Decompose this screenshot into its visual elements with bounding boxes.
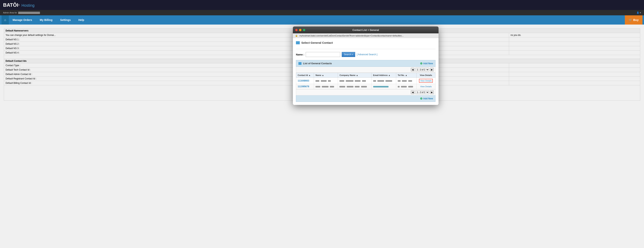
view-details-button-1[interactable]: View Details (419, 79, 433, 83)
search-button[interactable]: Search » (342, 52, 355, 57)
col-tel[interactable]: Tel No. ▲ (396, 73, 416, 78)
address-text: myhostmart.batoi.com/servlet/ListDomCont… (300, 35, 404, 37)
tel-cell-1 (396, 78, 416, 84)
next-page-button[interactable]: ▶ (430, 68, 434, 72)
add-new-top-label: Add New (423, 62, 433, 65)
add-icon-top: ⊕ (420, 62, 422, 65)
nav-settings[interactable]: Settings (56, 15, 74, 25)
contacts-table: Contact Id ▲ Name ▲ Company Name ▲ Email… (296, 73, 436, 89)
add-new-top-button[interactable]: ⊕ Add New (420, 62, 433, 65)
contact-id-cell-1: 111648663 (296, 78, 314, 84)
modal-controls (295, 29, 305, 31)
list-title: List of General Contacts (298, 62, 332, 65)
list-icon (298, 62, 302, 65)
next-page-bottom-button[interactable]: ▶ (430, 90, 434, 94)
buy-button[interactable]: 🛒 Buy (625, 15, 642, 25)
contact-id-link-1[interactable]: 111648663 (298, 79, 309, 82)
add-new-bottom-button[interactable]: ⊕ Add New (420, 97, 433, 100)
view-details-link-2[interactable]: View Details (418, 85, 434, 88)
nav-bar: ⌂ Manage Orders My Billing Settings Help… (0, 15, 644, 25)
prev-page-bottom-button[interactable]: ◀ (411, 90, 414, 94)
modal-minimize-button[interactable] (299, 29, 302, 31)
select-contact-title: Select General Contact (301, 41, 333, 44)
add-new-bottom-bar: ⊕ Add New (296, 95, 436, 102)
select-contact-header: Select General Contact (296, 41, 436, 46)
logo: BATÔI® Hosting (3, 2, 34, 8)
view-details-cell-1: View Details (416, 78, 435, 84)
add-icon-bottom: ⊕ (420, 97, 422, 100)
logo-bar: BATÔI® Hosting (0, 0, 644, 10)
modal-titlebar: Contact List + General (293, 27, 438, 33)
nav-manage-orders[interactable]: Manage Orders (9, 15, 36, 25)
modal-body: Select General Contact Name : Search » [… (293, 38, 438, 105)
modal-address-bar: 🔒 myhostmart.batoi.com/servlet/ListDomCo… (293, 33, 438, 38)
pagination-bottom: ◀ 1 - 2 of 2 ▶ (296, 89, 436, 95)
view-details-cell-2: View Details (416, 84, 435, 89)
logo-reg: ® (18, 4, 20, 6)
advanced-search-link[interactable]: [ Advanced Search ] (357, 53, 377, 56)
name-cell-1 (314, 78, 338, 84)
col-email[interactable]: Email Address ▲ (372, 73, 396, 78)
nav-help[interactable]: Help (74, 15, 88, 25)
col-company[interactable]: Company Name ▲ (338, 73, 372, 78)
add-new-bottom-label: Add New (423, 97, 433, 100)
modal-dialog: Contact List + General 🔒 myhostmart.bato… (293, 27, 438, 105)
admin-label: Admin Area for ████████████████ (3, 12, 40, 14)
search-input[interactable] (306, 52, 340, 57)
logo-bat: BATÔI (3, 2, 18, 8)
main-content: Default Nameservers You can change your … (0, 25, 644, 248)
email-cell-1 (372, 78, 396, 84)
lock-icon: 🔒 (295, 34, 298, 37)
account-icon[interactable]: 👤 ▾ (636, 12, 641, 14)
prev-page-button[interactable]: ◀ (411, 68, 414, 72)
pagination-top: ◀ 1 - 2 of 2 ▶ (296, 67, 436, 73)
col-contact-id[interactable]: Contact Id ▲ (296, 73, 314, 78)
name-cell-2 (314, 84, 338, 89)
page-select-bottom[interactable]: 1 - 2 of 2 (415, 90, 429, 94)
contact-id-link-2[interactable]: 111595678 (298, 85, 309, 88)
contact-header-icon (296, 41, 300, 44)
separator (296, 49, 436, 49)
col-view-details: View Details (416, 73, 435, 78)
list-title-text: List of General Contacts (303, 62, 332, 65)
modal-maximize-button[interactable] (303, 29, 305, 31)
search-label: Name : (296, 53, 304, 56)
email-cell-2 (372, 84, 396, 89)
home-button[interactable]: ⌂ (2, 15, 9, 25)
modal-close-button[interactable] (295, 29, 298, 31)
contact-id-cell-2: 111595678 (296, 84, 314, 89)
section1-desc-right: ns you do. (509, 33, 640, 37)
table-row: 111648663 (296, 78, 436, 84)
table-row: 111595678 (296, 84, 436, 89)
admin-bar: Admin Area for ████████████████ 👤 ▾ (0, 10, 644, 15)
logo-hosting: Hosting (22, 3, 34, 8)
list-header: List of General Contacts ⊕ Add New (296, 60, 436, 67)
nav-my-billing[interactable]: My Billing (36, 15, 56, 25)
company-cell-1 (338, 78, 372, 84)
view-details-link-1[interactable]: View Details (420, 80, 432, 82)
company-cell-2 (338, 84, 372, 89)
tel-cell-2 (396, 84, 416, 89)
search-row: Name : Search » [ Advanced Search ] (296, 52, 436, 57)
modal-title: Contact List + General (352, 29, 379, 32)
page-select-top[interactable]: 1 - 2 of 2 (415, 68, 429, 72)
col-name[interactable]: Name ▲ (314, 73, 338, 78)
